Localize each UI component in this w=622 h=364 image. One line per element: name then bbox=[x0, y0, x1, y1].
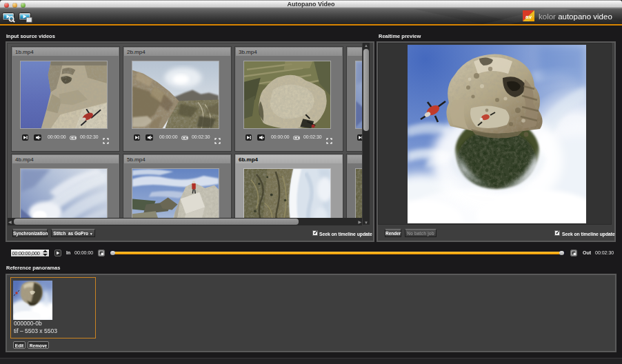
svg-text:av: av bbox=[525, 14, 532, 20]
